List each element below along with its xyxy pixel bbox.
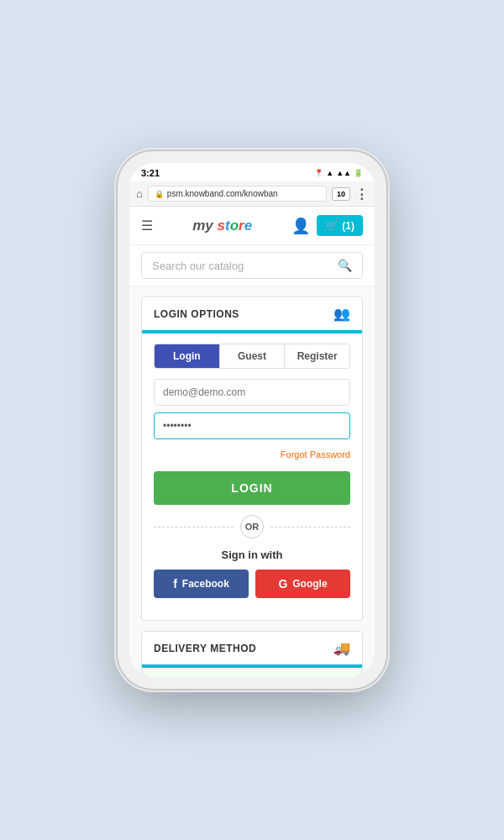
- status-bar: 3:21 📍 ▲ ▲▲ 🔋: [129, 163, 375, 181]
- header-right: 👤 🛒 (1): [291, 215, 363, 236]
- logo-e: e: [244, 218, 252, 234]
- facebook-button[interactable]: f Facebook: [154, 570, 249, 598]
- lock-icon: 🔒: [155, 190, 164, 198]
- login-button[interactable]: LOGIN: [154, 471, 350, 505]
- url-bar[interactable]: 🔒 psm.knowband.com/knowban: [148, 186, 327, 202]
- logo-r: r: [239, 218, 244, 234]
- login-header-icon: 👥: [333, 306, 350, 322]
- search-bar[interactable]: Search our catalog 🔍: [141, 252, 363, 279]
- login-card-header: LOGIN OPTIONS 👥: [142, 297, 362, 333]
- google-button[interactable]: G Google: [255, 570, 350, 598]
- login-card: LOGIN OPTIONS 👥 Login Guest Register: [141, 297, 363, 621]
- delivery-option-fashion-store[interactable]: Fashion Store Free Pick up in-store: [142, 668, 362, 677]
- delivery-card: DELIVERY METHOD 🚚 Fashion Store Free: [141, 631, 363, 677]
- forgot-password-container: Forgot Password: [154, 446, 350, 461]
- tab-login[interactable]: Login: [155, 344, 220, 368]
- or-line-left: [154, 527, 234, 528]
- browser-menu-icon[interactable]: ⋮: [355, 186, 368, 202]
- search-bar-container: Search our catalog 🔍: [129, 245, 375, 286]
- cart-button[interactable]: 🛒 (1): [317, 215, 363, 236]
- delivery-icon: 🚚: [333, 640, 350, 656]
- logo-o: o: [230, 218, 239, 234]
- tab-count-button[interactable]: 10: [332, 187, 350, 201]
- app-content: ☰ my store 👤 🛒 (1) Search our catalog 🔍: [129, 207, 375, 677]
- fashion-store-price: Free: [292, 676, 350, 677]
- logo-s: s: [218, 218, 225, 234]
- delivery-right-fashion: Free Pick up in-store: [292, 676, 350, 677]
- facebook-icon: f: [173, 577, 177, 591]
- login-options-title: LOGIN OPTIONS: [154, 308, 239, 320]
- forgot-password-link[interactable]: Forgot Password: [281, 449, 350, 459]
- status-time: 3:21: [141, 168, 160, 178]
- cart-icon: 🛒: [325, 219, 339, 232]
- tab-guest[interactable]: Guest: [220, 344, 286, 368]
- tab-register[interactable]: Register: [285, 344, 349, 368]
- user-icon[interactable]: 👤: [291, 217, 310, 235]
- search-placeholder: Search our catalog: [152, 260, 244, 272]
- email-input[interactable]: [154, 379, 350, 406]
- logo-my: my: [192, 218, 217, 234]
- battery-icon: 🔋: [354, 169, 363, 177]
- sign-in-title: Sign in with: [154, 549, 350, 561]
- or-line-right: [270, 527, 350, 528]
- delivery-method-title: DELIVERY METHOD: [154, 643, 256, 654]
- phone-screen: 3:21 📍 ▲ ▲▲ 🔋 ⌂ 🔒 psm.knowband.com/knowb…: [129, 163, 375, 677]
- wifi-icon: ▲: [326, 169, 333, 177]
- facebook-label: Facebook: [182, 578, 229, 590]
- browser-bar: ⌂ 🔒 psm.knowband.com/knowban 10 ⋮: [129, 181, 375, 207]
- or-divider: OR: [154, 515, 350, 538]
- app-header: ☰ my store 👤 🛒 (1): [129, 207, 375, 245]
- url-text: psm.knowband.com/knowban: [167, 189, 278, 198]
- main-content: LOGIN OPTIONS 👥 Login Guest Register: [129, 286, 375, 677]
- cart-label: (1): [342, 220, 354, 232]
- signal-icon: ▲▲: [336, 169, 351, 177]
- or-label: OR: [240, 515, 264, 538]
- status-icons: 📍 ▲ ▲▲ 🔋: [314, 169, 363, 177]
- social-buttons: f Facebook G Google: [154, 570, 350, 598]
- delivery-card-header: DELIVERY METHOD 🚚: [142, 632, 362, 668]
- login-tabs: Login Guest Register: [154, 344, 350, 369]
- password-input[interactable]: [154, 412, 350, 439]
- google-icon: G: [278, 577, 287, 591]
- hamburger-icon[interactable]: ☰: [141, 218, 153, 234]
- home-icon[interactable]: ⌂: [136, 187, 143, 200]
- search-icon: 🔍: [338, 259, 352, 272]
- phone-frame: 3:21 📍 ▲ ▲▲ 🔋 ⌂ 🔒 psm.knowband.com/knowb…: [118, 151, 386, 689]
- login-card-body: Login Guest Register Forgot Password: [142, 333, 362, 620]
- google-label: Google: [292, 578, 327, 590]
- logo: my store: [192, 218, 252, 234]
- location-icon: 📍: [314, 169, 323, 177]
